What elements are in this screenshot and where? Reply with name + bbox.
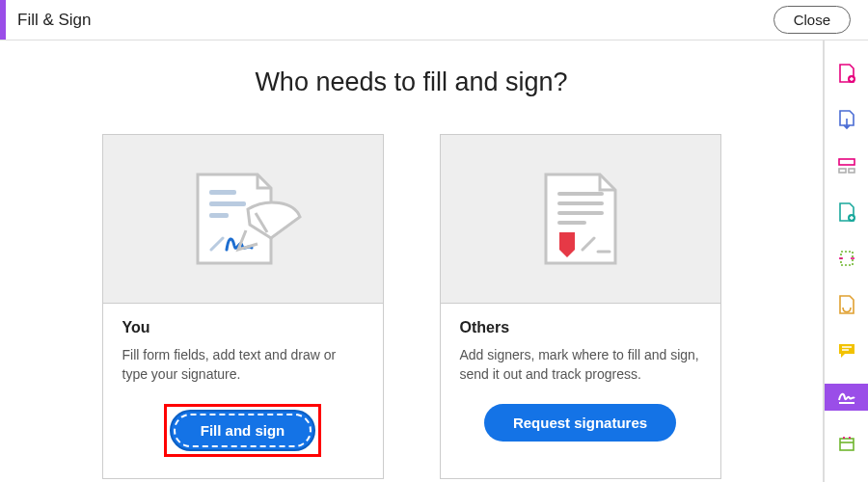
svg-rect-10 [839, 169, 846, 173]
svg-rect-11 [849, 169, 854, 173]
topbar: Fill & Sign Close [0, 0, 868, 40]
headline: Who needs to fill and sign? [39, 67, 784, 97]
more-tools-icon[interactable] [825, 430, 869, 457]
close-button[interactable]: Close [773, 6, 851, 34]
organize-pages-icon[interactable] [825, 245, 869, 272]
card-title-others: Others [460, 319, 701, 336]
card-title-you: You [122, 319, 364, 336]
fill-and-sign-button[interactable]: Fill and sign [170, 410, 316, 451]
svg-rect-4 [557, 201, 604, 205]
main-panel: Who needs to fill and sign? [0, 40, 824, 482]
fill-sign-icon[interactable] [825, 384, 869, 411]
topbar-left: Fill & Sign [0, 0, 92, 40]
card-you: You Fill form fields, add text and draw … [102, 134, 384, 479]
card-desc-others: Add signers, mark where to fill and sign… [460, 346, 701, 385]
create-pdf-icon[interactable] [825, 60, 869, 87]
edit-pdf-icon[interactable] [825, 152, 869, 179]
panel-title: Fill & Sign [17, 11, 92, 30]
card-body-you: You Fill form fields, add text and draw … [103, 304, 383, 478]
combine-files-icon[interactable] [825, 199, 869, 226]
card-others: Others Add signers, mark where to fill a… [440, 134, 721, 479]
svg-rect-2 [209, 213, 229, 218]
accent-stripe [0, 0, 6, 40]
svg-rect-6 [557, 221, 586, 225]
card-body-others: Others Add signers, mark where to fill a… [441, 304, 720, 463]
document-sign-icon [171, 161, 315, 277]
request-signatures-button[interactable]: Request signatures [484, 404, 676, 442]
highlight-frame: Fill and sign [164, 404, 322, 457]
svg-rect-3 [557, 192, 604, 196]
redact-icon[interactable] [825, 291, 869, 318]
svg-rect-15 [840, 439, 854, 450]
card-desc-you: Fill form fields, add text and draw or t… [122, 346, 364, 385]
svg-rect-9 [839, 159, 854, 165]
cards-row: You Fill form fields, add text and draw … [39, 134, 784, 479]
illustration-you [103, 135, 383, 304]
comment-icon[interactable] [825, 337, 869, 364]
export-pdf-icon[interactable] [825, 106, 869, 133]
right-tool-rail [824, 40, 868, 482]
document-stamp-icon [523, 161, 638, 277]
svg-rect-5 [557, 211, 604, 215]
svg-rect-0 [209, 190, 236, 195]
svg-rect-1 [209, 201, 246, 206]
illustration-others [441, 135, 720, 304]
